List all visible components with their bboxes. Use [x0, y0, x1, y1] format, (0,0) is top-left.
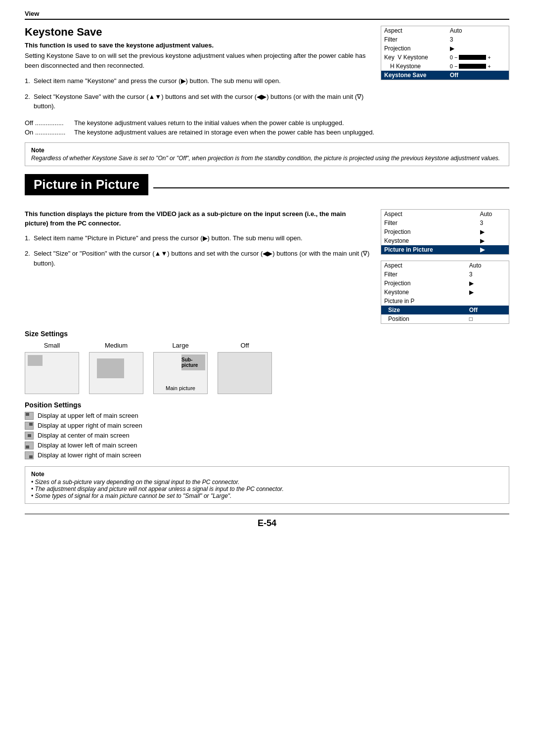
keystone-step-2: 2. Select "Keystone Save" with the curso…	[25, 92, 371, 111]
size-label-off: Off	[240, 342, 249, 349]
pip-m2-position-label: Position	[381, 314, 466, 324]
keystone-left: Keystone Save This function is used to s…	[25, 26, 371, 113]
menu-row-projection: Projection ▶	[381, 44, 509, 53]
pos-icon-ul	[25, 412, 34, 420]
position-text-c: Display at center of main screen	[38, 432, 130, 439]
pos-icon-lr	[25, 451, 34, 459]
size-large-sub-box: Sub-picture	[181, 355, 205, 370]
pip-bold-intro: This function displays the picture from …	[25, 209, 371, 228]
pip-menu1-projection: Projection ▶	[381, 227, 509, 236]
pos-icon-ur	[25, 422, 34, 430]
size-box-off	[218, 352, 272, 394]
menu-filter-label: Filter	[381, 35, 447, 44]
pip-menu1-filter: Filter 3	[381, 219, 509, 227]
menu-hkeystone-slider: 0 −+	[447, 62, 509, 71]
keystone-menu-table: Aspect Auto Filter 3 Projection ▶ Key V …	[381, 26, 509, 80]
pip-menu2-position: Position □	[381, 314, 509, 324]
pip-m2-keystone-arrow: ▶	[466, 288, 509, 297]
size-small-inner	[28, 355, 43, 366]
vkeystone-slider-cell: 0 −+	[450, 54, 506, 60]
size-label-medium: Medium	[105, 342, 128, 349]
position-item-ul: Display at upper left of main screen	[25, 412, 509, 420]
pip-title-wrapper: Picture in Picture	[25, 174, 509, 202]
on-entry: On ................. The keystone adjust…	[25, 128, 509, 137]
pos-dot-ur	[29, 423, 33, 426]
size-col-off: Off	[218, 342, 272, 394]
keystone-save-title: Keystone Save	[25, 26, 371, 39]
pip-menu1-table: Aspect Auto Filter 3 Projection ▶ Keysto…	[381, 209, 509, 255]
size-large-mainlabel: Main picture	[166, 385, 195, 391]
pip-m2-aspect-label: Aspect	[381, 261, 466, 270]
pip-menus-right: Aspect Auto Filter 3 Projection ▶ Keysto…	[381, 209, 509, 324]
keystone-note-text: Regardless of whether Keystone Save is s…	[31, 155, 503, 162]
size-box-medium	[89, 352, 143, 394]
pip-step-2: 2. Select "Size" or "Position" with the …	[25, 249, 371, 268]
size-label-large: Large	[172, 342, 188, 349]
hkeystone-bar	[459, 64, 486, 69]
size-grid: Small Medium Large Sub-picture	[25, 342, 509, 394]
off-text: The keystone adjustment values return to…	[74, 118, 344, 128]
pip-menu2-aspect: Aspect Auto	[381, 261, 509, 270]
pip-left: This function displays the picture from …	[25, 209, 371, 324]
vkeystone-bar	[459, 55, 486, 60]
on-label: On .................	[25, 128, 74, 137]
size-label-small: Small	[44, 342, 60, 349]
menu-projection-arrow: ▶	[447, 44, 509, 53]
pip-note-bullet-3: • Some types of signal for a main pictur…	[31, 492, 503, 499]
keystone-step-1: 1. Select item name "Keystone" and press…	[25, 76, 371, 86]
pos-icon-ll	[25, 442, 34, 449]
pip-m1-pip-label: Picture in Picture	[381, 245, 477, 255]
pip-note-title: Note	[31, 471, 503, 478]
pip-m1-aspect-label: Aspect	[381, 209, 477, 219]
pip-menu2-table: Aspect Auto Filter 3 Projection ▶ Keysto…	[381, 261, 509, 324]
pip-m2-projection-label: Projection	[381, 279, 466, 288]
menu-vkeystone-slider: 0 −+	[447, 53, 509, 62]
position-settings-section: Position Settings Display at upper left …	[25, 401, 509, 459]
hkeystone-slider-cell: 0 −+	[450, 63, 506, 69]
menu-aspect-value: Auto	[447, 26, 509, 36]
size-settings-section: Size Settings Small Medium Large	[25, 330, 509, 394]
pip-m2-size-label: Size	[381, 306, 466, 314]
pip-m1-pip-arrow: ▶	[477, 245, 509, 255]
position-item-ll: Display at lower left of main screen	[25, 442, 509, 449]
size-large-sublabel: Sub-picture	[181, 357, 205, 368]
pos-dot-lr	[29, 455, 33, 458]
menu-vkeystone-label: Key V Keystone	[381, 53, 447, 62]
pip-menu2-pip-label-row: Picture in P	[381, 297, 509, 306]
menu-projection-label: Projection	[381, 44, 447, 53]
menu-row-filter: Filter 3	[381, 35, 509, 44]
pip-m1-projection-label: Projection	[381, 227, 477, 236]
keystone-note-box: Note Regardless of whether Keystone Save…	[25, 142, 509, 166]
pip-menu1-aspect: Aspect Auto	[381, 209, 509, 219]
pip-m2-aspect-value: Auto	[466, 261, 509, 270]
step-text-2: Select "Keystone Save" with the cursor (…	[34, 92, 371, 111]
size-settings-title: Size Settings	[25, 330, 509, 338]
pip-m2-pip-partial: Picture in P	[381, 297, 466, 306]
pip-step-text-2: Select "Size" or "Position" with the cur…	[34, 249, 371, 268]
view-label: View	[25, 10, 509, 20]
off-on-section: Off ................ The keystone adjust…	[25, 118, 509, 137]
pip-title-line	[153, 187, 509, 188]
position-list: Display at upper left of main screen Dis…	[25, 412, 509, 459]
menu-aspect-label: Aspect	[381, 26, 447, 36]
pip-m1-keystone-arrow: ▶	[477, 236, 509, 245]
pos-icon-c	[25, 432, 34, 440]
pip-step-num-2: 2.	[25, 249, 34, 259]
size-col-large: Large Sub-picture Main picture	[153, 342, 208, 394]
menu-keystonesave-label: Keystone Save	[381, 71, 447, 80]
pip-m2-position-icon: □	[466, 314, 509, 324]
position-text-ur: Display at upper right of main screen	[38, 422, 142, 429]
on-text: The keystone adjustment values are retai…	[74, 128, 374, 137]
position-text-lr: Display at lower right of main screen	[38, 451, 141, 459]
off-entry: Off ................ The keystone adjust…	[25, 118, 509, 128]
pip-m2-filter-value: 3	[466, 270, 509, 279]
pip-m1-filter-value: 3	[477, 219, 509, 227]
menu-row-aspect: Aspect Auto	[381, 26, 509, 36]
pip-section-title: Picture in Picture	[25, 174, 148, 195]
pip-intro-section: This function displays the picture from …	[25, 209, 509, 324]
position-item-lr: Display at lower right of main screen	[25, 451, 509, 459]
pip-menu2-size: Size Off	[381, 306, 509, 314]
page-number: E-54	[25, 514, 509, 529]
position-settings-title: Position Settings	[25, 401, 509, 409]
pip-m2-filter-label: Filter	[381, 270, 466, 279]
